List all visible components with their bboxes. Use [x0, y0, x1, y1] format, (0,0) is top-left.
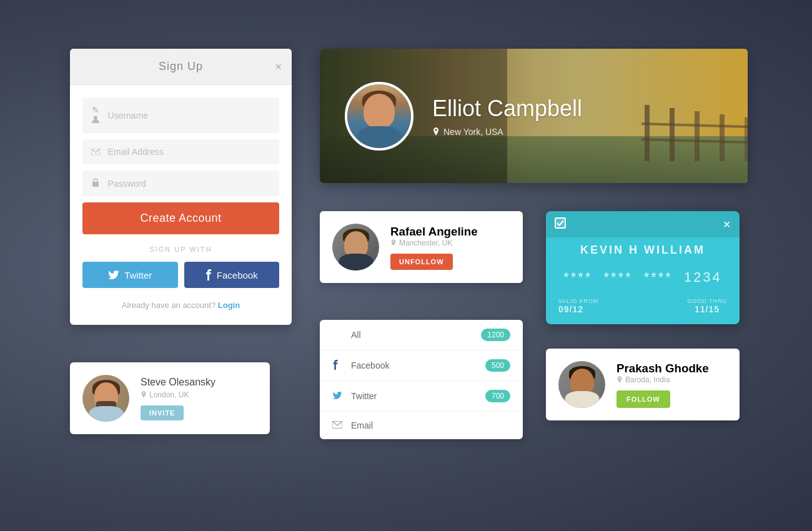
location-icon [390, 239, 397, 247]
rafael-location: Manchester, UK [390, 239, 478, 247]
filter-twitter-label: Twitter [351, 391, 485, 401]
banner-info: Elliot Campbell New York, USA [432, 96, 582, 137]
steve-avatar [82, 375, 129, 422]
profile-banner: Elliot Campbell New York, USA [320, 49, 748, 183]
prakash-avatar [558, 361, 605, 408]
svg-rect-14 [555, 218, 565, 228]
filter-email-label: Email [351, 420, 510, 430]
facebook-label: Facebook [217, 270, 258, 280]
location-icon [432, 127, 440, 136]
card-number-group-4: 1234 [684, 269, 722, 285]
card-footer: VALID FROM 09/12 GOOD THRU 11/15 [546, 292, 740, 324]
location-icon [616, 376, 623, 384]
facebook-filter-icon [332, 360, 342, 372]
close-icon[interactable]: × [275, 61, 282, 72]
signup-header: Sign Up × [70, 49, 292, 85]
signup-divider: SIGN UP WITH [82, 246, 279, 253]
card-close-icon[interactable]: ✕ [723, 219, 731, 231]
social-buttons: Twitter Facebook [82, 262, 279, 288]
card-number: **** **** **** 1234 [546, 263, 740, 292]
prakash-name: Prakash Ghodke [616, 362, 709, 375]
signup-title: Sign Up [82, 60, 279, 73]
filter-facebook-count: 500 [485, 359, 510, 372]
rafael-card: Rafael Angeline Manchester, UK UNFOLLOW [320, 211, 523, 283]
filter-twitter-count: 700 [485, 390, 510, 402]
avatar [345, 82, 413, 151]
twitter-filter-icon [332, 391, 342, 401]
steve-name: Steve Olesansky [141, 377, 215, 388]
login-link[interactable]: Login [218, 300, 240, 310]
twitter-button[interactable]: Twitter [82, 262, 178, 288]
filter-item-twitter[interactable]: Twitter 700 [320, 381, 523, 412]
steve-card: Steve Olesansky London, UK INVITE [70, 362, 270, 434]
rafael-avatar [332, 224, 379, 270]
password-input-group [82, 171, 279, 196]
banner-location-text: New York, USA [443, 127, 503, 137]
rafael-name: Rafael Angeline [390, 225, 478, 239]
password-input[interactable] [108, 179, 270, 189]
signup-body: ✎ [70, 85, 292, 325]
good-thru-label: GOOD THRU [687, 298, 727, 304]
prakash-info: Prakash Ghodke Baroda, India FOLLOW [616, 362, 709, 408]
email-icon [91, 147, 101, 157]
filter-item-facebook[interactable]: Facebook 500 [320, 350, 523, 381]
lock-icon [91, 178, 101, 189]
user-icon: ✎ [91, 105, 101, 126]
login-prompt: Already have an account? Login [82, 300, 279, 310]
avatar-body [357, 126, 401, 148]
filter-facebook-label: Facebook [351, 360, 485, 370]
twitter-label: Twitter [124, 270, 152, 280]
username-input-group: ✎ [82, 97, 279, 133]
card-valid-from: VALID FROM 09/12 [558, 298, 598, 314]
steve-info: Steve Olesansky London, UK INVITE [141, 377, 215, 420]
steve-location: London, UK [141, 390, 215, 399]
valid-from-value: 09/12 [558, 304, 598, 314]
card-number-group-1: **** [563, 269, 592, 285]
filter-all-label: All [351, 330, 481, 340]
rafael-body [339, 254, 373, 270]
card-check-icon [555, 217, 566, 231]
email-filter-icon [332, 420, 342, 430]
card-good-thru: GOOD THRU 11/15 [687, 298, 727, 314]
filter-card: All 1200 Facebook 500 Twitter 700 Email [320, 320, 523, 439]
banner-overlay: Elliot Campbell New York, USA [320, 49, 748, 183]
facebook-icon [205, 269, 212, 280]
steve-body [89, 406, 123, 422]
create-account-button[interactable]: Create Account [82, 202, 279, 234]
svg-point-0 [94, 116, 97, 120]
avatar-face [364, 94, 395, 128]
filter-item-all[interactable]: All 1200 [320, 320, 523, 350]
filter-item-email[interactable]: Email [320, 412, 523, 439]
card-number-group-2: **** [603, 269, 632, 285]
banner-background: Elliot Campbell New York, USA [320, 49, 748, 183]
svg-rect-2 [92, 182, 99, 187]
good-thru-value: 11/15 [687, 304, 727, 314]
filter-all-count: 1200 [481, 329, 510, 341]
invite-button[interactable]: INVITE [141, 405, 184, 420]
prakash-location: Baroda, India [616, 375, 709, 384]
card-holder-name: KEVIN H WILLIAM [546, 237, 740, 263]
valid-from-label: VALID FROM [558, 298, 598, 304]
email-input-group [82, 139, 279, 164]
facebook-button[interactable]: Facebook [184, 262, 280, 288]
card-header: ✕ [546, 211, 740, 237]
banner-location: New York, USA [432, 127, 582, 137]
prakash-body [565, 391, 599, 408]
prakash-card: Prakash Ghodke Baroda, India FOLLOW [546, 349, 740, 420]
rafael-info: Rafael Angeline Manchester, UK UNFOLLOW [390, 225, 478, 270]
credit-card: ✕ KEVIN H WILLIAM **** **** **** 1234 VA… [546, 211, 740, 324]
card-number-group-3: **** [644, 269, 673, 285]
banner-name: Elliot Campbell [432, 96, 582, 122]
all-icon [332, 330, 342, 340]
unfollow-button[interactable]: UNFOLLOW [390, 254, 453, 270]
location-icon [141, 391, 147, 399]
follow-button[interactable]: FOLLOW [616, 390, 670, 408]
twitter-icon [108, 270, 119, 279]
email-input[interactable] [108, 147, 270, 157]
signup-card: Sign Up × ✎ [70, 49, 292, 325]
username-input[interactable] [108, 111, 270, 121]
